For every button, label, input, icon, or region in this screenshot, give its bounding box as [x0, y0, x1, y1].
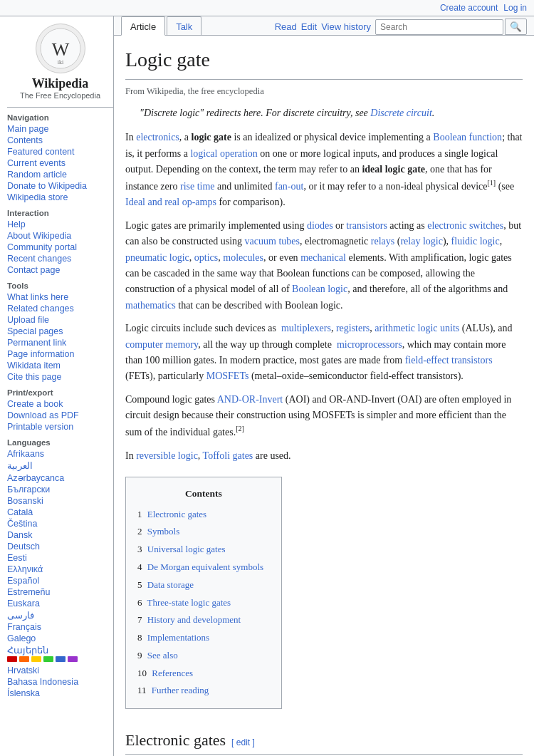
mathematics-link[interactable]: mathematics [125, 300, 176, 311]
logical-operation-link[interactable]: logical operation [190, 148, 257, 159]
sidebar-lang-arabic[interactable]: العربية [7, 460, 113, 472]
para-5: In reversible logic, Toffoli gates are u… [125, 448, 523, 464]
sidebar-item-wikidata[interactable]: Wikidata item [7, 360, 113, 371]
sidebar-lang-icelandic[interactable]: Íslenska [7, 688, 113, 699]
log-in-link[interactable]: Log in [503, 3, 527, 13]
mechanical-link[interactable]: mechanical [300, 252, 346, 263]
diodes-link[interactable]: diodes [307, 220, 333, 231]
sidebar-item-contents[interactable]: Contents [7, 135, 113, 146]
create-account-link[interactable]: Create account [440, 3, 498, 13]
tab-talk[interactable]: Talk [167, 16, 201, 35]
toc-item-6[interactable]: 6 Three-state logic gates [137, 594, 270, 612]
pneumatic-logic-link[interactable]: pneumatic logic [125, 252, 189, 263]
sidebar-item-about[interactable]: About Wikipedia [7, 230, 113, 242]
sidebar-lang-catalan[interactable]: Català [7, 507, 113, 518]
sidebar-item-page-info[interactable]: Page information [7, 348, 113, 360]
sidebar-lang-galician[interactable]: Galego [7, 633, 113, 644]
sidebar-lang-spanish[interactable]: Español [7, 575, 113, 586]
sidebar-lang-croatian[interactable]: Hrvatski [7, 665, 113, 676]
sidebar-item-related-changes[interactable]: Related changes [7, 303, 113, 314]
sidebar-item-current-events[interactable]: Current events [7, 157, 113, 169]
computer-memory-link[interactable]: computer memory [125, 339, 198, 350]
toc-item-3[interactable]: 3 Universal logic gates [137, 541, 270, 559]
tab-talk-link[interactable]: Talk [176, 21, 192, 32]
sidebar-lang-estonian[interactable]: Eesti [7, 552, 113, 564]
toc-item-5[interactable]: 5 Data storage [137, 576, 270, 594]
sidebar-item-contact[interactable]: Contact page [7, 264, 113, 276]
sidebar-item-upload[interactable]: Upload file [7, 314, 113, 326]
sidebar-item-what-links[interactable]: What links here [7, 291, 113, 303]
electronic-switches-link[interactable]: electronic switches [427, 220, 503, 231]
sidebar-lang-afrikaans[interactable]: Afrikaans [7, 448, 113, 460]
sidebar-lang-greek[interactable]: Ελληνικά [7, 564, 113, 575]
vacuum-tubes-link[interactable]: vacuum tubes [245, 236, 300, 247]
boolean-logic-link[interactable]: Boolean logic [292, 284, 347, 294]
sidebar-lang-bulgarian[interactable]: Български [7, 484, 113, 495]
sidebar-item-main-page[interactable]: Main page [7, 123, 113, 135]
mosfets-link[interactable]: MOSFETs [206, 371, 249, 381]
sidebar-item-special-pages[interactable]: Special pages [7, 326, 113, 337]
sidebar-item-donate[interactable]: Donate to Wikipedia [7, 180, 113, 192]
fluidic-logic-link[interactable]: fluidic logic [451, 236, 500, 247]
toc-item-7[interactable]: 7 History and development [137, 611, 270, 629]
relays-link[interactable]: relays [371, 236, 394, 247]
sidebar-item-store[interactable]: Wikipedia store [7, 192, 113, 203]
sidebar-item-permanent-link[interactable]: Permanent link [7, 337, 113, 348]
sidebar-lang-bosnian[interactable]: Bosanski [7, 495, 113, 507]
sidebar-item-printable[interactable]: Printable version [7, 421, 113, 433]
molecules-link[interactable]: molecules [223, 252, 263, 263]
toc-item-9[interactable]: 9 See also [137, 647, 270, 665]
toc-item-4[interactable]: 4 De Morgan equivalent symbols [137, 559, 270, 576]
sidebar-item-help[interactable]: Help [7, 219, 113, 230]
sidebar-lang-indonesian[interactable]: Bahasa Indonesia [7, 676, 113, 688]
boolean-function-link[interactable]: Boolean function [433, 132, 502, 143]
fan-out-link[interactable]: fan-out [275, 181, 303, 192]
sidebar-lang-armenian[interactable]: Հայերեն [7, 644, 113, 656]
registers-link[interactable]: registers [336, 323, 370, 333]
sidebar-item-download-pdf[interactable]: Download as PDF [7, 410, 113, 421]
toc-item-1[interactable]: 1 Electronic gates [137, 506, 270, 524]
toc-item-11[interactable]: 11 Further reading [137, 682, 270, 700]
optics-link[interactable]: optics [194, 252, 218, 263]
toc-item-2[interactable]: 2 Symbols [137, 523, 270, 541]
sidebar-item-featured-content[interactable]: Featured content [7, 146, 113, 157]
section-electronic-gates-edit[interactable]: [ edit ] [231, 736, 255, 750]
sidebar-item-create-book[interactable]: Create a book [7, 398, 113, 410]
sidebar-lang-extremaduran[interactable]: Estremeñu [7, 586, 113, 598]
reversible-logic-link[interactable]: reversible logic [136, 450, 198, 461]
sidebar-lang-czech[interactable]: Čeština [7, 518, 113, 529]
sidebar-item-random-article[interactable]: Random article [7, 169, 113, 180]
tab-read-link[interactable]: Read [275, 21, 297, 32]
toffoli-gates-link[interactable]: Toffoli gates [203, 450, 253, 461]
sidebar-item-cite[interactable]: Cite this page [7, 371, 113, 383]
toc-item-8[interactable]: 8 Implementations [137, 629, 270, 647]
microprocessors-link[interactable]: microprocessors [337, 339, 402, 350]
sidebar-item-community[interactable]: Community portal [7, 242, 113, 253]
sidebar-lang-german[interactable]: Deutsch [7, 541, 113, 552]
fet-link[interactable]: field-effect transistors [405, 355, 493, 366]
search-input[interactable] [375, 19, 503, 35]
tab-article-link[interactable]: Article [130, 21, 156, 32]
rise-time-link[interactable]: rise time [180, 181, 215, 192]
sidebar-lang-azerbaijani[interactable]: Azərbaycanca [7, 472, 113, 484]
tab-article[interactable]: Article [121, 16, 165, 36]
sidebar-lang-basque[interactable]: Euskara [7, 598, 113, 609]
sidebar-lang-french[interactable]: Français [7, 621, 113, 633]
sidebar-lang-persian[interactable]: فارسی [7, 609, 113, 621]
search-button[interactable]: 🔍 [505, 19, 527, 35]
toc-item-10[interactable]: 10 References [137, 665, 270, 683]
article-from-wiki: From Wikipedia, the free encyclopedia [125, 84, 523, 98]
tab-edit-link[interactable]: Edit [301, 21, 317, 32]
relay-logic-link[interactable]: relay logic [400, 236, 442, 247]
redirect-link[interactable]: Discrete circuit [370, 108, 431, 118]
aoi-link[interactable]: AND-OR-Invert [217, 394, 283, 405]
transistors-link[interactable]: transistors [346, 220, 387, 231]
electronics-link[interactable]: electronics [136, 132, 179, 143]
wikipedia-logo: W iki [36, 24, 85, 73]
alu-link[interactable]: arithmetic logic units [375, 323, 459, 333]
tab-view-history-link[interactable]: View history [321, 21, 371, 32]
sidebar-lang-danish[interactable]: Dansk [7, 529, 113, 541]
ideal-op-amps-link[interactable]: Ideal and real op-amps [125, 197, 216, 207]
multiplexers-link[interactable]: multiplexers [281, 323, 331, 333]
sidebar-item-recent-changes[interactable]: Recent changes [7, 253, 113, 264]
